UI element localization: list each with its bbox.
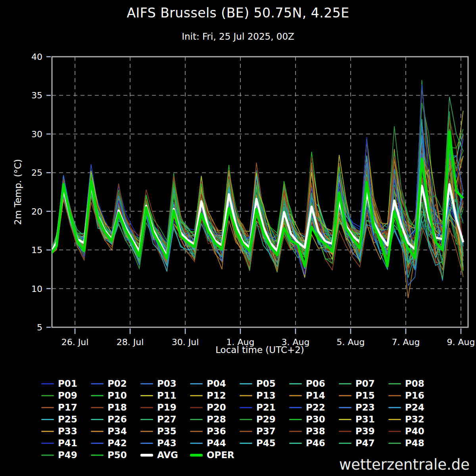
legend-label-P11: P11 (157, 391, 177, 400)
legend-item-P09: P09 (41, 390, 91, 401)
legend-swatch-P37 (240, 431, 252, 432)
legend-swatch-P35 (140, 431, 153, 432)
legend-swatch-P13 (240, 395, 252, 396)
legend-item-P40: P40 (388, 425, 438, 437)
legend-item-P22: P22 (289, 401, 339, 413)
legend-swatch-P18 (91, 407, 104, 408)
legend-label-P32: P32 (405, 415, 424, 424)
legend-label-P37: P37 (256, 427, 276, 436)
legend-swatch-P04 (190, 383, 203, 384)
legend-label-P10: P10 (107, 391, 127, 400)
legend-label-P49: P49 (58, 451, 77, 460)
legend-swatch-P41 (41, 443, 54, 444)
legend-label-P26: P26 (107, 415, 127, 424)
legend-item-P46: P46 (289, 437, 339, 449)
legend-label-P39: P39 (355, 427, 375, 436)
legend-label-P04: P04 (207, 379, 226, 388)
legend: P01P02P03P04P05P06P07P08P09P10P11P12P13P… (41, 378, 438, 461)
legend-swatch-P32 (388, 419, 401, 420)
legend-item-P42: P42 (91, 437, 140, 449)
legend-item-P30: P30 (289, 413, 339, 425)
legend-label-P20: P20 (207, 403, 226, 412)
legend-swatch-P16 (388, 395, 401, 396)
legend-item-P32: P32 (388, 413, 438, 425)
legend-label-P02: P02 (107, 379, 127, 388)
legend-label-P33: P33 (58, 427, 77, 436)
legend-swatch-P43 (140, 443, 153, 444)
legend-item-P36: P36 (190, 425, 240, 437)
x-tick-label: 30. Jul (172, 337, 199, 347)
legend-item-P37: P37 (240, 425, 289, 437)
legend-swatch-P23 (339, 407, 351, 408)
legend-label-P05: P05 (256, 379, 276, 388)
legend-label-P24: P24 (405, 403, 424, 412)
legend-item-P05: P05 (240, 378, 289, 390)
legend-swatch-P26 (91, 419, 104, 420)
legend-item-P03: P03 (140, 378, 190, 390)
legend-swatch-P07 (339, 383, 351, 384)
legend-item-P39: P39 (339, 425, 388, 437)
legend-swatch-P30 (289, 419, 302, 420)
legend-item-P44: P44 (190, 437, 240, 449)
legend-label-P41: P41 (58, 439, 77, 448)
legend-item-P27: P27 (140, 413, 190, 425)
legend-label-P47: P47 (355, 439, 375, 448)
legend-swatch-P15 (339, 395, 351, 396)
legend-label-P42: P42 (107, 439, 127, 448)
legend-label-P09: P09 (58, 391, 77, 400)
legend-swatch-P17 (41, 407, 54, 408)
legend-item-P43: P43 (140, 437, 190, 449)
legend-item-P08: P08 (388, 378, 438, 390)
legend-item-P49: P49 (41, 449, 91, 461)
legend-swatch-P11 (140, 395, 153, 396)
legend-swatch-P40 (388, 431, 401, 432)
weather-ensemble-chart-page: AIFS Brussels (BE) 50.75N, 4.25E Init: F… (0, 0, 476, 476)
legend-label-P07: P07 (355, 379, 375, 388)
legend-item-P21: P21 (240, 401, 289, 413)
y-tick-label: 30 (31, 129, 42, 139)
legend-swatch-AVG (140, 454, 153, 457)
legend-item-P02: P02 (91, 378, 140, 390)
legend-label-P01: P01 (58, 379, 77, 388)
legend-swatch-P02 (91, 383, 104, 384)
legend-item-P41: P41 (41, 437, 91, 449)
legend-item-P20: P20 (190, 401, 240, 413)
legend-item-P33: P33 (41, 425, 91, 437)
legend-swatch-P20 (190, 407, 203, 408)
legend-label-P19: P19 (157, 403, 177, 412)
legend-item-P38: P38 (289, 425, 339, 437)
legend-item-P19: P19 (140, 401, 190, 413)
legend-label-P45: P45 (256, 439, 276, 448)
legend-item-P23: P23 (339, 401, 388, 413)
legend-item-P16: P16 (388, 390, 438, 401)
legend-item-P26: P26 (91, 413, 140, 425)
legend-swatch-P47 (339, 443, 351, 444)
legend-label-P29: P29 (256, 415, 276, 424)
legend-item-P18: P18 (91, 401, 140, 413)
y-tick-label: 20 (31, 207, 42, 217)
legend-label-P44: P44 (207, 439, 226, 448)
legend-swatch-P39 (339, 431, 351, 432)
legend-swatch-P48 (388, 443, 401, 444)
legend-label-OPER: OPER (207, 451, 234, 460)
legend-label-P38: P38 (306, 427, 325, 436)
x-tick-label: 26. Jul (61, 337, 89, 347)
legend-swatch-P22 (289, 407, 302, 408)
legend-swatch-P33 (41, 431, 54, 432)
legend-item-P06: P06 (289, 378, 339, 390)
y-tick-label: 25 (31, 168, 42, 178)
legend-swatch-P09 (41, 395, 54, 396)
legend-item-P47: P47 (339, 437, 388, 449)
legend-item-P11: P11 (140, 390, 190, 401)
legend-item-P35: P35 (140, 425, 190, 437)
legend-label-P15: P15 (355, 391, 375, 400)
y-tick-label: 40 (31, 52, 42, 62)
legend-swatch-P42 (91, 443, 104, 444)
legend-item-P24: P24 (388, 401, 438, 413)
legend-swatch-P25 (41, 419, 54, 420)
legend-label-P48: P48 (405, 439, 424, 448)
legend-label-P18: P18 (107, 403, 127, 412)
legend-swatch-P49 (41, 455, 54, 456)
legend-label-P50: P50 (107, 451, 127, 460)
legend-swatch-P36 (190, 431, 203, 432)
